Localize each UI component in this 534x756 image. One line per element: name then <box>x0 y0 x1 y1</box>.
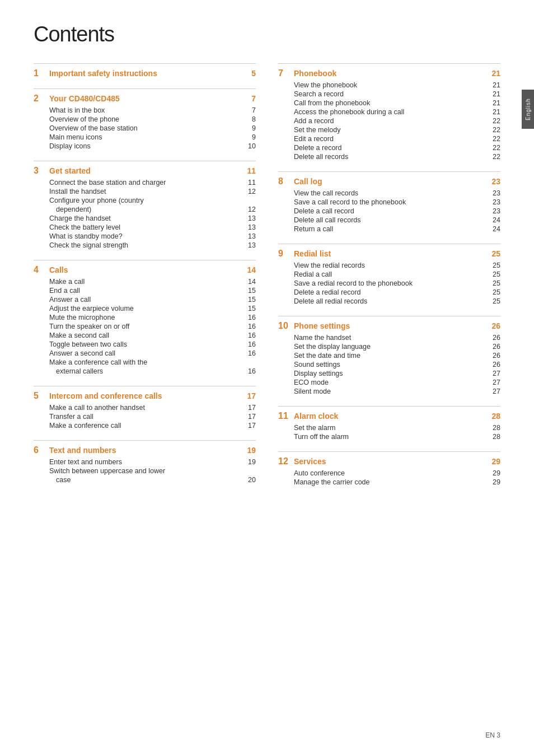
item-page: 21 <box>493 81 500 89</box>
section-number-3: 3 <box>34 166 44 176</box>
toc-item: Turn the speaker on or off16 <box>34 322 256 331</box>
item-label: Silent mode <box>294 388 488 395</box>
item-page: 21 <box>493 90 500 98</box>
section-page-3: 11 <box>247 166 256 175</box>
section-title-5: Intercom and conference calls <box>49 391 162 400</box>
item-page: 22 <box>493 153 500 161</box>
toc-item: ECO mode27 <box>278 378 500 387</box>
item-page: 13 <box>248 214 256 222</box>
page-title: Contents <box>34 22 500 46</box>
toc-item: dependent)12 <box>34 205 256 214</box>
item-label: Delete all records <box>294 153 488 161</box>
item-label: Connect the base station and charger <box>49 179 243 186</box>
toc-item: external callers16 <box>34 367 256 376</box>
toc-item: Set the alarm28 <box>278 423 500 432</box>
item-page: 15 <box>248 287 256 295</box>
section-title-2: Your CD480/CD485 <box>49 94 120 103</box>
item-page: 7 <box>252 106 256 114</box>
section-number-5: 5 <box>34 391 44 401</box>
toc-item: Set the date and time26 <box>278 351 500 360</box>
item-page: 22 <box>493 144 500 152</box>
item-label: End a call <box>49 287 243 295</box>
toc-item: Sound settings26 <box>278 360 500 369</box>
toc-section-9: 9Redial list25View the redial records25R… <box>278 244 500 306</box>
item-label: Configure your phone (country <box>49 197 251 204</box>
toc-container: 1Important safety instructions52Your CD4… <box>34 63 500 497</box>
toc-item: Delete all redial records25 <box>278 297 500 306</box>
item-label: Delete a record <box>294 144 488 152</box>
toc-item: Display settings27 <box>278 369 500 378</box>
section-page-5: 17 <box>247 391 256 400</box>
toc-item: View the redial records25 <box>278 261 500 270</box>
section-page-7: 21 <box>491 69 500 78</box>
item-page: 17 <box>248 422 256 430</box>
toc-item: Transfer a call17 <box>34 412 256 421</box>
item-page: 28 <box>493 433 500 441</box>
item-page: 16 <box>248 367 256 375</box>
toc-section-4: 4Calls14Make a call14End a call15Answer … <box>34 260 256 376</box>
toc-item: Switch between uppercase and lower <box>34 466 256 475</box>
item-label: Return a call <box>294 225 488 233</box>
toc-item: Make a call14 <box>34 277 256 286</box>
toc-item: Save a call record to the phonebook23 <box>278 198 500 207</box>
section-header-1: 1Important safety instructions5 <box>34 63 256 78</box>
section-number-4: 4 <box>34 265 44 275</box>
toc-item: Edit a record22 <box>278 134 500 143</box>
side-tab-label: English <box>525 98 531 120</box>
section-title-11: Alarm clock <box>294 412 338 421</box>
item-label: Set the melody <box>294 126 488 134</box>
item-page: 28 <box>493 424 500 432</box>
item-page: 25 <box>493 262 500 269</box>
section-title-3: Get started <box>49 166 91 175</box>
toc-item: Make a conference call17 <box>34 421 256 430</box>
toc-item: Manage the carrier code29 <box>278 478 500 487</box>
item-label: Set the display language <box>294 343 488 351</box>
toc-item: What is standby mode?13 <box>34 232 256 241</box>
item-label: Overview of the phone <box>49 115 247 123</box>
toc-section-5: 5Intercom and conference calls17Make a c… <box>34 386 256 430</box>
item-label: Adjust the earpiece volume <box>49 305 243 312</box>
toc-item: View the call records23 <box>278 189 500 198</box>
section-number-6: 6 <box>34 445 44 455</box>
section-page-6: 19 <box>247 446 256 455</box>
item-page: 27 <box>493 388 500 395</box>
item-page: 22 <box>493 117 500 125</box>
section-header-2: 2Your CD480/CD4857 <box>34 88 256 104</box>
item-page: 26 <box>493 361 500 368</box>
item-page: 29 <box>493 478 500 486</box>
toc-item: Delete a record22 <box>278 143 500 152</box>
section-number-2: 2 <box>34 94 44 104</box>
section-header-5: 5Intercom and conference calls17 <box>34 386 256 401</box>
item-label: Delete all redial records <box>294 297 488 305</box>
item-label: Access the phonebook during a call <box>294 108 488 116</box>
section-title-1: Important safety instructions <box>49 69 157 78</box>
toc-item: Name the handset26 <box>278 333 500 342</box>
item-label: View the call records <box>294 189 488 197</box>
item-label: View the redial records <box>294 262 488 269</box>
toc-item: Auto conference29 <box>278 469 500 478</box>
section-page-2: 7 <box>251 94 256 103</box>
section-title-9: Redial list <box>294 249 331 258</box>
item-page: 14 <box>248 278 256 286</box>
toc-item: What is in the box7 <box>34 106 256 115</box>
item-page: 17 <box>248 404 256 412</box>
item-page: 27 <box>493 370 500 377</box>
toc-item: Install the handset12 <box>34 187 256 196</box>
toc-item: Overview of the base station9 <box>34 124 256 133</box>
item-label: Make a second call <box>49 332 243 339</box>
side-tab: English <box>522 90 534 129</box>
section-number-10: 10 <box>278 321 288 331</box>
toc-item: Set the melody22 <box>278 125 500 134</box>
item-label: case <box>56 476 243 484</box>
section-page-1: 5 <box>251 69 256 78</box>
item-label: View the phonebook <box>294 81 488 89</box>
item-page: 25 <box>493 288 500 296</box>
toc-item: Adjust the earpiece volume15 <box>34 304 256 313</box>
toc-item: Redial a call25 <box>278 270 500 279</box>
item-page: 10 <box>248 142 256 150</box>
section-page-10: 26 <box>491 321 500 330</box>
item-page: 9 <box>252 124 256 132</box>
item-label: Add a record <box>294 117 488 125</box>
section-number-8: 8 <box>278 176 288 186</box>
item-label: Edit a record <box>294 135 488 143</box>
